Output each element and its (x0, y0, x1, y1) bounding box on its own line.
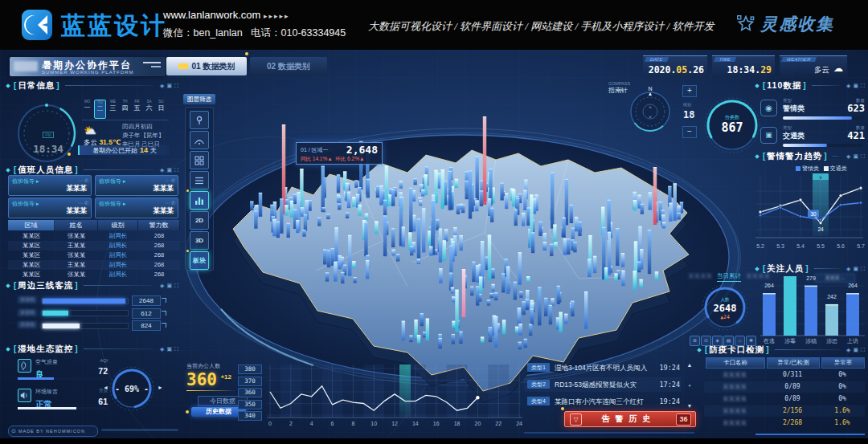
more-icon[interactable]: ⋯ ✆ (78, 177, 88, 183)
more-icon[interactable]: ⋯ ✆ (78, 200, 88, 206)
inspiration-collect[interactable]: 灵感收集 (737, 13, 834, 35)
flow-bar-track (42, 298, 129, 304)
layer-button-grid[interactable] (190, 151, 209, 169)
panel-expand-icon[interactable]: ⛶ (174, 83, 178, 89)
table-row: 某某区王某某副局长268 (8, 241, 180, 251)
duty-card[interactable]: 值班领导 ▸ ⋯ ✆ 某某某 (8, 198, 92, 218)
zoom-out-button[interactable]: − (682, 126, 697, 138)
panel-expand-icon[interactable]: ⛶ (174, 283, 178, 289)
panel-pin-icon[interactable]: ◈ (160, 167, 164, 173)
panel-window-icon[interactable]: ▣ (166, 167, 172, 173)
cell: 某某区 (8, 231, 55, 241)
svg-text:242: 242 (827, 294, 837, 299)
layer-button-signal[interactable] (190, 131, 209, 149)
more-icon[interactable]: ⋯ ✆ (165, 200, 175, 206)
visitor-count-gauge: 人数2648▲24 (699, 282, 751, 333)
gauge-left-arrow[interactable]: ◄ (103, 385, 108, 390)
checkpoint-name: 某某某某 (706, 419, 764, 427)
brand-contact: 微信：ben_lanlan 电话：010-63334945 (163, 26, 346, 40)
alert-row[interactable]: 类型4 某路口有小汽车连闯三个红灯 19:24 (524, 394, 682, 409)
week-day[interactable]: SU日 (156, 100, 166, 119)
svg-text:5.7: 5.7 (857, 243, 865, 249)
date-block: DATE 2020.05.26 (643, 55, 707, 78)
panel-window-icon[interactable]: ▣ (166, 83, 172, 89)
layer-filter-title: 图层筛选 (183, 94, 215, 104)
cell: 某某区 (8, 260, 55, 270)
col-header: 级别 (98, 220, 138, 230)
panel-window-icon[interactable]: ▣ (853, 83, 858, 89)
panel-expand-icon[interactable]: ⛶ (861, 153, 865, 160)
layer-button-pin[interactable] (190, 111, 209, 129)
week-day[interactable]: TU二 (94, 100, 106, 119)
panel-pin-icon[interactable]: ◈ (160, 283, 164, 289)
week-day[interactable]: SA六 (144, 100, 154, 119)
panel-window-icon[interactable]: ▣ (853, 347, 858, 353)
alert-row[interactable]: 类型1 湿地3-104片区有不明人员闯入 19:24 (524, 360, 682, 375)
alert-row[interactable]: 类型2 RD13-53烟感报警疑似火灾 17:24 (524, 377, 682, 392)
layer-button-barchart[interactable] (190, 191, 209, 210)
panel-pin-icon[interactable]: ◈ (160, 346, 164, 352)
svg-text:在逃: 在逃 (763, 338, 775, 344)
duty-card[interactable]: 值班领导 ▸ ⋯ ✆ 某某某 (95, 198, 178, 218)
week-day[interactable]: WE三 (108, 100, 118, 119)
website-url[interactable]: www.lanlanwork.com (163, 9, 260, 21)
active-dot (186, 189, 189, 192)
panel-pin-icon[interactable]: ◈ (846, 266, 850, 272)
tab-data-category-1[interactable]: 01 数据类别 (166, 57, 247, 75)
panel-expand-icon[interactable]: ⛶ (174, 346, 178, 352)
panel-expand-icon[interactable]: ⛶ (174, 167, 178, 173)
flow-label: 某某线 (18, 309, 37, 316)
stat-progress-track (783, 116, 863, 120)
legend-swatch-police (796, 166, 800, 171)
scroll-thumb-icon[interactable]: ● (688, 383, 691, 388)
svg-text:279: 279 (806, 276, 816, 281)
svg-text:- 69% -: - 69% - (115, 385, 149, 393)
tab-data-category-2[interactable]: 02 数据类别 (250, 57, 327, 75)
week-day[interactable]: TH四 (120, 100, 130, 119)
panel-pin-icon[interactable]: ◈ (846, 153, 850, 160)
signal-icon (194, 135, 205, 146)
compass-dial[interactable]: N ˄ ˅ (626, 86, 674, 134)
gauge-right-arrow[interactable]: ► (158, 385, 163, 390)
platform-subtitle: SUMMER WORKING PLATFORM (42, 70, 134, 75)
panel-window-icon[interactable]: ▣ (166, 283, 172, 289)
flow-bar-fill (43, 311, 68, 316)
active-dot (186, 250, 189, 252)
panel-expand-icon[interactable]: ⛶ (861, 83, 865, 89)
panel-window-icon[interactable]: ▣ (853, 153, 858, 160)
layer-button-3D[interactable]: 3D (190, 231, 209, 250)
visitor-tab-0[interactable]: 某某某某 (688, 272, 712, 282)
week-day[interactable]: FR五 (132, 100, 142, 119)
panel-pin-icon[interactable]: ◈ (160, 83, 164, 89)
panel-window-icon[interactable]: ▣ (853, 266, 858, 272)
panel-window-icon[interactable]: ▣ (166, 346, 172, 352)
more-icon[interactable]: ⋯ ✆ (165, 177, 175, 183)
scroll-up-icon[interactable]: ▲ (687, 362, 693, 368)
flow-label: 某某线 (18, 321, 37, 328)
zoom-in-button[interactable]: + (682, 85, 697, 97)
panel-expand-icon[interactable]: ⛶ (861, 347, 865, 353)
brand-website[interactable]: www.lanlanwork.com ▸▸▸▸▸ (163, 9, 290, 21)
duty-name: 某某某 (67, 184, 88, 193)
alert-time: 19:24 (659, 397, 680, 405)
duty-card[interactable]: 值班领导 ▸ ⋯ ✆ 某某某 (8, 175, 92, 196)
week-day[interactable]: MO一 (82, 100, 92, 119)
visitor-tab-1[interactable]: 当日累计 (717, 272, 741, 282)
corner-icon (6, 168, 10, 173)
layer-button-2D[interactable]: 2D (190, 211, 209, 230)
panel-pin-icon[interactable]: ◈ (846, 347, 850, 353)
scroll-down-icon[interactable]: ▼ (687, 403, 693, 409)
panel-pin-icon[interactable]: ◈ (846, 83, 850, 89)
alert-history-banner[interactable]: ▽ 告警历史 36 (564, 411, 696, 427)
collect-label[interactable]: 灵感收集 (760, 14, 834, 34)
panel-header-data110: [110数据] ◈ ▣ ⛶ (755, 80, 865, 91)
svg-text:5.3: 5.3 (776, 243, 784, 249)
y-axis-chip: 380 (238, 365, 262, 374)
duty-card[interactable]: 值班领导 ▸ ⋯ ✆ 某某某 (95, 175, 178, 196)
cell: 王某某 (55, 241, 98, 251)
layer-button-板块[interactable]: 板块 (190, 251, 209, 270)
layer-button-list[interactable] (190, 171, 209, 189)
tab-active-dot (245, 52, 248, 55)
checkpoint-col-header: 异常率 (821, 357, 865, 369)
panel-expand-icon[interactable]: ⛶ (861, 266, 865, 272)
